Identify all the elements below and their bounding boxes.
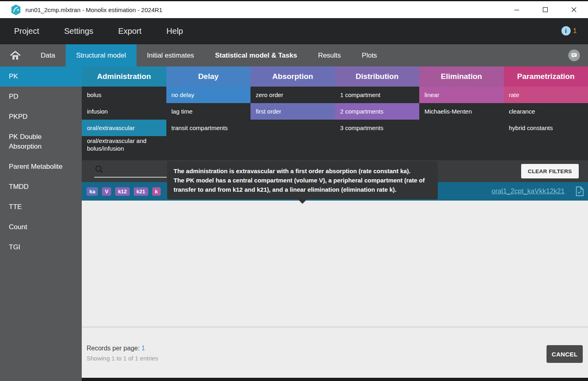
bottom-edge [82,378,588,381]
filter-option-label: rate [509,91,520,99]
tab-items: DataStructural modelInitial estimatesSta… [30,44,387,66]
filter-option-label: infusion [87,108,108,115]
filter-headers: AdministrationDelayAbsorptionDistributio… [82,66,588,87]
filter-column-elimination: linearMichaelis-Menten [419,87,504,160]
filter-option-first-order[interactable]: first order [251,103,335,120]
search-icon [95,165,104,174]
model-file-link[interactable]: oral1_2cpt_kaVkk12k21 [492,187,565,195]
sidebar-item-pd[interactable]: PD [0,87,82,107]
filter-option-label: 1 compartment [340,91,381,99]
search-input[interactable] [106,165,166,176]
model-file-icon[interactable] [576,186,584,196]
tab-data[interactable]: Data [30,44,66,66]
tab-statistical-model-tasks[interactable]: Statistical model & Tasks [205,44,308,66]
filter-option-label: oral/extravascular [87,124,135,132]
filter-header-delay: Delay [166,66,251,87]
filter-table: AdministrationDelayAbsorptionDistributio… [82,66,588,160]
model-library-panel: AdministrationDelayAbsorptionDistributio… [82,66,588,381]
sidebar-item-pk-double-absorption[interactable]: PK Double Absorption [0,127,82,157]
filter-option-zero-order[interactable]: zero order [251,87,335,103]
minimize-button[interactable] [502,1,531,18]
filter-column-absorption: zero orderfirst order [251,87,335,160]
sidebar-item-label: PD [9,92,19,101]
sidebar-item-count[interactable]: Count [0,217,82,237]
sidebar-item-label: PK [9,72,18,81]
filter-column-parametrization: rateclearancehybrid constants [504,87,588,160]
showing-entries-text: Showing 1 to 1 of 1 entries [87,355,158,362]
menu-item-settings[interactable]: Settings [64,27,93,36]
filter-option-transit-compartments[interactable]: transit compartments [166,120,251,136]
parameter-badges: kaVk12k21k [87,187,161,196]
filter-option-clearance[interactable]: clearance [504,103,588,120]
filter-option-label: linear [424,91,439,99]
filter-option-label: Michaelis-Menten [424,108,472,115]
records-per-page-label: Records per page: [87,345,140,352]
home-icon [10,51,21,60]
close-button[interactable] [559,1,588,18]
notification-badge[interactable]: i 1 [561,26,577,35]
sidebar-item-label: PK Double Absorption [9,132,66,151]
sidebar-item-label: Parent Metabolite [9,162,62,172]
model-description-tooltip: The administration is extravascular with… [167,162,438,199]
maximize-button[interactable] [531,1,559,18]
filter-column-administration: bolusinfusionoral/extravascularoral/extr… [82,87,166,160]
model-type-sidebar: PKPDPKPDPK Double AbsorptionParent Metab… [0,66,82,381]
filter-header-distribution: Distribution [335,66,420,87]
filter-option-linear[interactable]: linear [419,87,504,103]
filter-option-lag-time[interactable]: lag time [166,103,251,120]
filter-option-label: no delay [172,91,195,99]
filter-option-rate[interactable]: rate [504,87,588,103]
filter-option-label: transit compartments [172,124,228,132]
parameter-badge-v: V [102,187,111,196]
tab-initial-estimates[interactable]: Initial estimates [137,44,205,66]
filter-option-infusion[interactable]: infusion [82,103,166,120]
filter-header-absorption: Absorption [251,66,335,87]
menu-item-export[interactable]: Export [118,27,142,36]
footer-divider [82,327,588,327]
filter-column-distribution: 1 compartment2 compartments3 compartment… [335,87,420,160]
filter-option-3-compartments[interactable]: 3 compartments [335,120,420,136]
tooltip-text-line: transfer to and from k12 and k21), and a… [174,185,431,194]
filter-option-oral-extravascular-and-bolus-infusion[interactable]: oral/extravascular and bolus/infusion [82,136,166,153]
tab-structural-model[interactable]: Structural model [66,44,137,66]
chat-icon [568,50,580,61]
menu-item-help[interactable]: Help [166,27,183,36]
filter-option-2-compartments[interactable]: 2 compartments [335,103,420,120]
clear-filters-button[interactable]: CLEAR FILTERS [521,164,579,178]
sidebar-item-tte[interactable]: TTE [0,197,82,217]
parameter-badge-k: k [152,187,161,196]
notification-count: 1 [573,27,577,35]
sidebar-item-pk[interactable]: PK [0,66,82,87]
filter-option-label: lag time [172,108,193,115]
filter-option-michaelis-menten[interactable]: Michaelis-Menten [419,103,504,120]
filter-option-label: hybrid constants [509,124,553,132]
main-tab-bar: DataStructural modelInitial estimatesSta… [0,44,588,66]
sidebar-item-pkpd[interactable]: PKPD [0,107,82,127]
menu-items: ProjectSettingsExportHelp [14,27,208,36]
sidebar-item-tgi[interactable]: TGI [0,237,82,257]
title-bar: run01_2cmp.mlxtran - Monolix estimation … [0,0,588,18]
tab-plots[interactable]: Plots [351,44,387,66]
cancel-button[interactable]: CANCEL [547,345,583,363]
sidebar-item-tmdd[interactable]: TMDD [0,177,82,197]
chat-button[interactable] [568,50,580,61]
filter-option-no-delay[interactable]: no delay [166,87,251,103]
tab-home[interactable] [0,44,30,66]
sidebar-item-label: TGI [9,242,20,252]
sidebar-item-parent-metabolite[interactable]: Parent Metabolite [0,157,82,177]
parameter-badge-k21: k21 [134,187,148,196]
records-per-page: Records per page: 1 [87,345,145,352]
search-field[interactable] [94,164,167,178]
tab-results[interactable]: Results [308,44,352,66]
filter-option-hybrid-constants[interactable]: hybrid constants [504,120,588,136]
filter-option-oral-extravascular[interactable]: oral/extravascular [82,120,166,136]
filter-option-label: 2 compartments [340,108,384,115]
window-controls [502,1,588,18]
filter-option-bolus[interactable]: bolus [82,87,166,103]
menu-item-project[interactable]: Project [14,27,39,36]
filter-header-parametrization: Parametrization [504,66,588,87]
records-per-page-value[interactable]: 1 [141,345,145,352]
sidebar-item-label: TMDD [9,182,29,192]
filter-option-1-compartment[interactable]: 1 compartment [335,87,420,103]
filter-column-delay: no delaylag timetransit compartments [166,87,251,160]
